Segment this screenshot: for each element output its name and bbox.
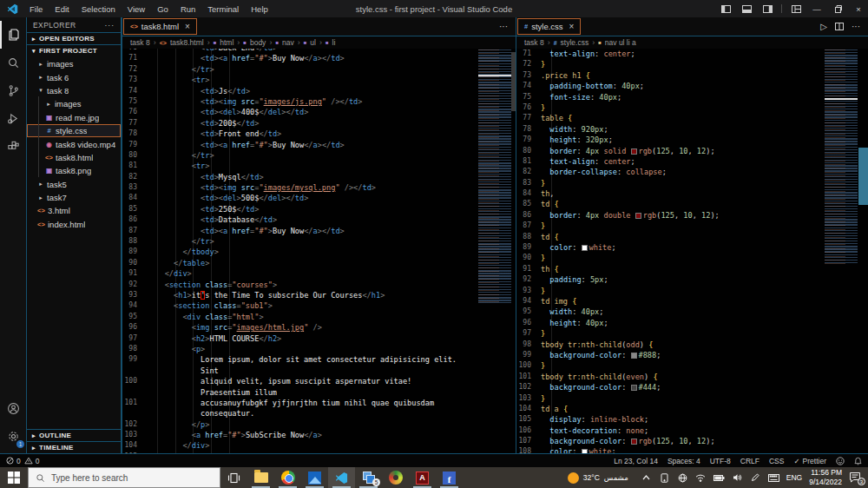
menu-help[interactable]: Help <box>245 4 274 14</box>
menu-file[interactable]: File <box>23 4 49 14</box>
code-line-75[interactable]: 75 <td><img src="images/js.png" /></td> <box>122 96 457 107</box>
cursor-position[interactable]: Ln 23, Col 14 <box>614 457 658 465</box>
blue-app-icon[interactable]: 5 <box>355 467 382 488</box>
code-line-wrap[interactable]: consequatur. <box>122 408 457 419</box>
code-line-80[interactable]: 80 border: 4px solid rgb(125, 10, 12); <box>516 146 720 156</box>
clock[interactable]: 11:56 PM 9/14/2022 <box>809 468 842 486</box>
code-line-103[interactable]: 103 <a href="#">SubScribe Now</a> <box>122 430 457 440</box>
code-line-89[interactable]: 89 color: white; <box>516 242 720 253</box>
accounts-icon[interactable] <box>0 394 26 422</box>
code-line-71[interactable]: 71 <td><a href="#">Buy Now</a></td> <box>122 53 457 63</box>
code-line-86[interactable]: 86 border: 4px double rgb(125, 10, 12); <box>516 210 720 221</box>
code-line-101[interactable]: 101 accusanuyfubgkf yjfjnrjthn tium nihi… <box>122 398 457 408</box>
file-explorer-icon[interactable] <box>247 467 274 488</box>
code-line-105[interactable]: 105 display: inline-block; <box>516 414 720 425</box>
code-line-101[interactable]: 101tbody tr:nth-child(even) { <box>516 372 720 382</box>
tree-item-read-me-jpg[interactable]: ▣read me.jpg <box>27 111 121 124</box>
code-line-91[interactable]: 91 </div> <box>122 268 457 279</box>
menu-run[interactable]: Run <box>174 4 201 14</box>
start-button[interactable] <box>0 467 28 488</box>
breadcrumb-item[interactable]: nav <box>282 38 294 47</box>
code-line-84[interactable]: 84th, <box>516 188 720 199</box>
language-indicator[interactable]: ENG <box>786 473 802 482</box>
breadcrumb-item[interactable]: ul <box>310 38 316 47</box>
search-box[interactable]: Type here to search <box>28 467 220 488</box>
code-line-104[interactable]: 104 </div> <box>122 440 457 451</box>
acrobat-icon[interactable]: A <box>409 467 436 488</box>
code-line-72[interactable]: 72} <box>516 59 720 69</box>
tree-item-task8-html[interactable]: <>task8.html <box>27 151 121 164</box>
code-line-95[interactable]: 95 <div class="html"> <box>122 312 457 322</box>
code-line-88[interactable]: 88 </tr> <box>122 236 457 247</box>
swirl-app-icon[interactable] <box>382 467 409 488</box>
code-line-107[interactable]: 107 background-color: rgb(125, 10, 12); <box>516 436 720 446</box>
code-line-93[interactable]: 93} <box>516 286 720 296</box>
code-editor-task8-html[interactable]: 70 <td>Back End</td>71 <td><a href="#">B… <box>122 49 516 453</box>
toggle-secondary-sidebar-icon[interactable] <box>758 0 777 17</box>
menu-terminal[interactable]: Terminal <box>201 4 245 14</box>
code-line-83[interactable]: 83} <box>516 178 720 188</box>
breadcrumb-item[interactable]: style.css <box>561 38 589 47</box>
weather-widget[interactable]: 32°C مشمس <box>568 472 634 484</box>
timeline-section[interactable]: ▸ TIMELINE <box>27 441 121 453</box>
scrollbar-thumb[interactable] <box>858 148 868 205</box>
code-line-97[interactable]: 97 <h2>HTML COURSE</h2> <box>122 333 457 344</box>
code-line-106[interactable]: 106 text-decoration: none; <box>516 425 720 436</box>
code-line-102[interactable]: 102 background-color: #444; <box>516 382 720 392</box>
code-line-73[interactable]: 73 <tr> <box>122 75 457 85</box>
split-editor-icon[interactable] <box>835 23 844 30</box>
code-line-71[interactable]: 71 text-align: center; <box>516 49 720 59</box>
tree-item-task-6[interactable]: ▸task 6 <box>27 70 121 83</box>
code-line-77[interactable]: 77table { <box>516 113 720 123</box>
settings-gear-icon[interactable]: 1 <box>0 422 26 450</box>
tree-item-3-html[interactable]: <>3.html <box>27 204 121 217</box>
code-line-99[interactable]: 99 background-color: #888; <box>516 350 720 360</box>
code-line-83[interactable]: 83 <td><img src="images/mysql.png" /></t… <box>122 182 457 193</box>
source-control-icon[interactable] <box>0 76 26 104</box>
code-line-88[interactable]: 88td { <box>516 232 720 242</box>
tree-item-index-html[interactable]: <>index.html <box>27 218 121 231</box>
close-button[interactable]: × <box>849 0 868 17</box>
menu-edit[interactable]: Edit <box>49 4 75 14</box>
tree-item-task8-png[interactable]: ▣task8.png <box>27 164 121 177</box>
photos-icon[interactable] <box>301 467 328 488</box>
close-icon[interactable]: × <box>569 23 575 31</box>
eol-sequence[interactable]: CRLF <box>740 457 760 465</box>
code-line-89[interactable]: 89 </tbody> <box>122 247 457 257</box>
touch-keyboard-icon[interactable] <box>768 474 779 482</box>
code-line-98[interactable]: 98tbody tr:nth-child(odd) { <box>516 340 720 350</box>
code-line-94[interactable]: 94td img { <box>516 296 720 307</box>
pen-icon[interactable] <box>750 473 761 482</box>
indentation[interactable]: Spaces: 4 <box>667 457 700 465</box>
facebook-icon[interactable]: f <box>436 467 463 488</box>
root-folder-section[interactable]: ▾ FIRST PROJECT <box>27 44 121 56</box>
code-line-104[interactable]: 104td a { <box>516 404 720 414</box>
tree-item-task8-video-mp4[interactable]: ◉task8 video.mp4 <box>27 137 121 150</box>
minimize-button[interactable]: — <box>807 0 826 17</box>
code-line-103[interactable]: 103} <box>516 393 720 404</box>
tree-item-style-css[interactable]: #style.css <box>27 124 121 137</box>
code-line-85[interactable]: 85td { <box>516 199 720 209</box>
code-line-96[interactable]: 96 height: 40px; <box>516 318 720 328</box>
code-line-92[interactable]: 92 <section class="courses"> <box>122 280 457 290</box>
menu-selection[interactable]: Selection <box>76 4 122 14</box>
tab-task8-html[interactable]: <> task8.html × <box>123 18 197 35</box>
more-actions-icon[interactable]: ··· <box>852 22 860 31</box>
problems-warnings[interactable]: 0 <box>24 457 40 465</box>
code-line-75[interactable]: 75 font-size: 40px; <box>516 92 720 102</box>
code-line-93[interactable]: 93 <h1>it's the Time To subscribe Our Co… <box>122 290 457 300</box>
extensions-icon[interactable] <box>0 132 26 160</box>
code-line-80[interactable]: 80 </tr> <box>122 150 457 161</box>
code-line-wrap[interactable]: Sint <box>122 366 457 376</box>
code-editor-style-css[interactable]: 71 text-align: center;72}73.price h1 {74… <box>516 49 868 453</box>
code-line-76[interactable]: 76 <td><del>400$</del></td> <box>122 107 457 117</box>
code-line-74[interactable]: 74 <td>Js</td> <box>122 86 457 96</box>
code-line-81[interactable]: 81 <tr> <box>122 161 457 171</box>
code-line-78[interactable]: 78 width: 920px; <box>516 124 720 135</box>
task-view-button[interactable] <box>220 467 247 488</box>
search-icon[interactable] <box>0 49 26 76</box>
code-line-102[interactable]: 102 </p> <box>122 419 457 430</box>
code-line-99[interactable]: 99 Lorem ipsum, dolor sit amet consectet… <box>122 354 457 365</box>
more-actions-icon[interactable]: ··· <box>499 22 508 31</box>
breadcrumb-item[interactable]: li <box>332 38 336 47</box>
